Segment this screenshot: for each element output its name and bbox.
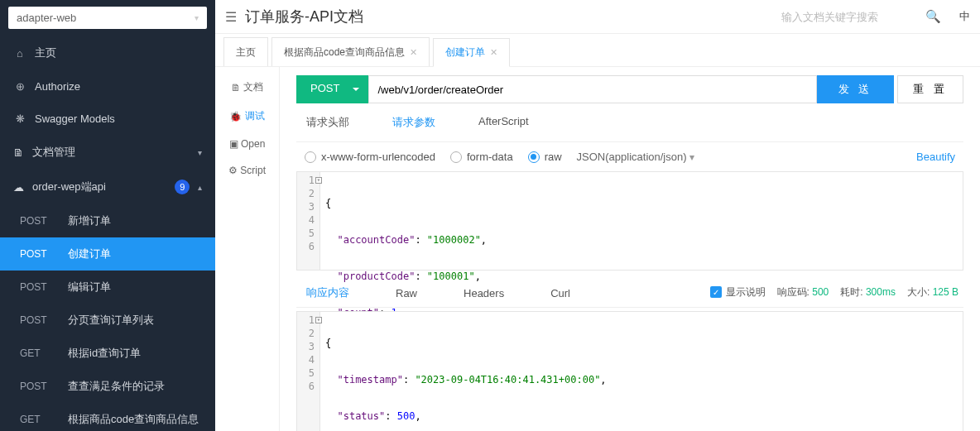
restab-curl[interactable]: Curl	[550, 279, 597, 306]
radio-label: x-www-form-urlencoded	[321, 151, 435, 163]
response-info: ✓显示说明 响应码: 500 耗时: 300ms 大小: 125 B	[710, 285, 963, 299]
tab-create-order[interactable]: 创建订单✕	[433, 38, 510, 67]
subtab-afterscript[interactable]: AfterScript	[478, 115, 529, 135]
api-label: 分页查询订单列表	[68, 313, 154, 328]
api-label: 新增订单	[68, 213, 111, 228]
page-title: 订单服务-API文档	[245, 7, 363, 26]
method-label: GET	[20, 414, 55, 425]
request-body-editor[interactable]: 1▾ 23456 { "accountCode": "1000002", "pr…	[296, 171, 963, 271]
line-gutter: 1▾ 23456	[297, 172, 320, 270]
tab-product-query[interactable]: 根据商品code查询商品信息✕	[271, 37, 430, 66]
nav-label: 文档管理	[32, 145, 75, 160]
service-selector[interactable]: adapter-web ▾	[8, 7, 207, 29]
count-badge: 9	[175, 180, 190, 194]
bug-icon: 🐞	[229, 111, 242, 122]
nav-label: Swagger Models	[35, 113, 115, 125]
method-value: POST	[310, 82, 339, 94]
nav-swagger-models[interactable]: ❋ Swagger Models	[0, 103, 215, 135]
method-label: POST	[20, 281, 55, 293]
nav-label: order-wep端api	[32, 180, 106, 194]
api-label: 根据商品code查询商品信息	[68, 412, 199, 427]
tool-column: 🗎 文档 🐞 调试 ▣ Open ⚙ Script	[215, 67, 280, 431]
subtab-params[interactable]: 请求参数	[392, 115, 435, 135]
search-icon[interactable]: 🔍	[925, 9, 941, 24]
tool-script[interactable]: ⚙ Script	[228, 165, 266, 176]
content-panel: POST 发 送 重 置 请求头部 请求参数 AfterScript x-www…	[280, 67, 980, 431]
api-item[interactable]: POST查查满足条件的记录	[0, 370, 215, 403]
nav-label: 主页	[35, 45, 56, 60]
beautify-button[interactable]: Beautify	[916, 151, 955, 163]
tool-debug[interactable]: 🐞 调试	[229, 109, 264, 123]
content-type-select[interactable]: JSON(application/json) ▾	[577, 151, 694, 163]
response-body-editor[interactable]: 1▾ 23456 { "timestamp": "2023-09-04T16:4…	[296, 311, 963, 431]
fold-icon[interactable]: ▾	[315, 317, 322, 323]
api-item[interactable]: POST创建订单	[0, 237, 215, 271]
code-label: 响应码:	[777, 286, 809, 298]
nav-home[interactable]: ⌂ 主页	[0, 36, 215, 70]
nav-label: Authorize	[35, 80, 80, 93]
status-code: 500	[812, 286, 829, 298]
send-button[interactable]: 发 送	[817, 75, 895, 103]
search-input[interactable]	[778, 7, 910, 26]
reset-button[interactable]: 重 置	[897, 75, 963, 103]
model-icon: ❋	[13, 113, 26, 125]
workarea: 🗎 文档 🐞 调试 ▣ Open ⚙ Script POST 发 送 重 置 请…	[215, 67, 980, 431]
api-item[interactable]: GET根据商品code查询商品信息	[0, 403, 215, 431]
method-label: POST	[20, 248, 55, 260]
radio-formdata[interactable]: form-data	[450, 151, 513, 163]
content-type-label: JSON(application/json)	[577, 151, 687, 163]
nav-authorize[interactable]: ⊕ Authorize	[0, 70, 215, 103]
restab-headers[interactable]: Headers	[464, 279, 531, 306]
api-label: 根据id查询订单	[68, 346, 141, 361]
main-tabs: 主页 根据商品code查询商品信息✕ 创建订单✕	[215, 37, 980, 67]
tab-label: 根据商品code查询商品信息	[284, 45, 405, 60]
api-label: 编辑订单	[68, 280, 111, 295]
radio-dot-icon	[305, 151, 316, 163]
api-item[interactable]: POST编辑订单	[0, 271, 215, 304]
line-gutter: 1▾ 23456	[297, 312, 320, 431]
nav-doc-manage[interactable]: 🗎 文档管理 ▾	[0, 135, 215, 170]
open-icon: ▣	[229, 138, 238, 150]
nav-api-group[interactable]: ☁ order-wep端api 9 ▴	[0, 170, 215, 204]
method-label: POST	[20, 381, 55, 392]
request-bar: POST 发 送 重 置	[296, 75, 963, 103]
time-label: 耗时:	[840, 286, 862, 298]
chevron-up-icon: ▴	[198, 183, 202, 192]
tool-label: Script	[240, 165, 266, 176]
chevron-down-icon: ▾	[198, 148, 202, 157]
restab-content[interactable]: 响应内容	[296, 277, 376, 307]
radio-label: form-data	[467, 151, 513, 163]
api-item[interactable]: POST新增订单	[0, 204, 215, 237]
main-area: ☰ 订单服务-API文档 🔍 中 主页 根据商品code查询商品信息✕ 创建订单…	[215, 0, 980, 431]
fold-icon[interactable]: ▾	[315, 177, 322, 184]
script-icon: ⚙	[228, 165, 238, 176]
method-select[interactable]: POST	[296, 75, 368, 103]
doc-icon: 🗎	[13, 146, 24, 159]
subtab-headers[interactable]: 请求头部	[306, 115, 349, 135]
restab-raw[interactable]: Raw	[396, 279, 444, 306]
api-item[interactable]: GET根据id查询订单	[0, 337, 215, 370]
api-label: 查查满足条件的记录	[68, 379, 165, 394]
tool-label: 调试	[245, 109, 265, 123]
tab-home[interactable]: 主页	[223, 37, 268, 66]
tool-open[interactable]: ▣ Open	[229, 138, 266, 150]
topbar: ☰ 订单服务-API文档 🔍 中	[215, 0, 980, 34]
close-icon[interactable]: ✕	[490, 47, 497, 58]
tool-doc[interactable]: 🗎 文档	[231, 80, 263, 94]
api-item[interactable]: POST分页查询订单列表	[0, 304, 215, 337]
request-subtabs: 请求头部 请求参数 AfterScript	[296, 113, 963, 142]
radio-urlencoded[interactable]: x-www-form-urlencoded	[305, 151, 435, 163]
url-input[interactable]	[368, 75, 816, 103]
code-area[interactable]: { "accountCode": "1000002", "productCode…	[320, 172, 963, 270]
sidebar-toggle-icon[interactable]: ☰	[225, 9, 237, 25]
lang-toggle[interactable]: 中	[959, 9, 970, 24]
lock-icon: ⊕	[13, 80, 26, 93]
doc-icon: 🗎	[231, 82, 241, 93]
home-icon: ⌂	[13, 47, 26, 60]
size-value: 125 B	[933, 286, 958, 298]
checkbox-icon[interactable]: ✓	[710, 286, 722, 298]
radio-label: raw	[545, 151, 562, 163]
close-icon[interactable]: ✕	[410, 47, 417, 58]
code-area: { "timestamp": "2023-09-04T16:40:41.431+…	[320, 312, 963, 431]
radio-raw[interactable]: raw	[528, 151, 562, 163]
